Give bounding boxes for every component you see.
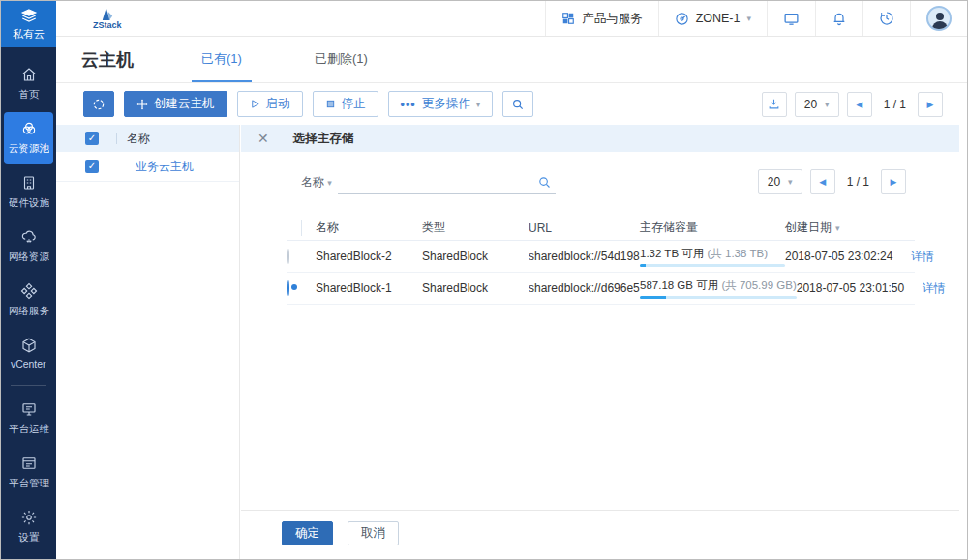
sidebar-item-label: vCenter [11, 358, 46, 368]
sidebar-item-platform-ops[interactable]: 平台运维 [4, 393, 53, 445]
capacity-available: 1.32 TB 可用 [640, 248, 704, 259]
storage-created-date: 2018-07-05 23:01:50 [797, 281, 923, 295]
modal-pagination-indicator: 1 / 1 [843, 175, 873, 189]
vm-name-column-header: 名称 [127, 131, 150, 147]
tab-existing[interactable]: 已有(1) [192, 37, 252, 82]
row-checkbox[interactable]: ✓ [85, 160, 99, 173]
capacity-progress-fill [640, 296, 666, 299]
close-icon[interactable]: ✕ [257, 131, 269, 146]
storage-url: sharedblock://d696e58... [529, 281, 640, 295]
sidebar-item-vcenter[interactable]: vCenter [4, 329, 53, 378]
more-actions-label: 更多操作 [422, 96, 470, 112]
history-clock-icon [879, 11, 894, 26]
ops-monitor-icon [20, 400, 38, 418]
app-window: 私有云 首页 云资源池 硬件设施 网络资源 网络服务 [0, 0, 968, 560]
notifications-button[interactable] [815, 1, 862, 36]
row-radio-selected[interactable] [287, 280, 289, 296]
arrow-left-icon: ◀ [856, 100, 862, 109]
sidebar-item-network-resource[interactable]: 网络资源 [4, 221, 53, 273]
sidebar-item-label: 设置 [18, 530, 39, 544]
sidebar-item-hardware[interactable]: 硬件设施 [4, 166, 53, 219]
plus-icon [136, 99, 148, 110]
page-size-select[interactable]: 20 ▾ [795, 92, 839, 117]
storage-created-date: 2018-07-05 23:02:24 [785, 250, 911, 263]
bell-icon [832, 11, 847, 26]
vm-list-panel: ✓ 名称 ✓ 业务云主机 [56, 125, 240, 559]
stop-icon [325, 99, 336, 109]
storage-row-sharedblock-1[interactable]: SharedBlock-1 SharedBlock sharedblock://… [287, 273, 915, 305]
details-link[interactable]: 详情 [923, 280, 961, 297]
zone-icon [675, 12, 689, 26]
toolbar-right: 20 ▾ ◀ 1 / 1 ▶ [762, 92, 943, 117]
ellipsis-icon: ••• [401, 98, 416, 111]
console-button[interactable] [767, 1, 815, 36]
search-input[interactable] [338, 173, 556, 194]
modal-page-size-select[interactable]: 20 ▾ [758, 169, 802, 194]
user-menu[interactable] [910, 1, 967, 36]
export-button[interactable] [762, 92, 787, 117]
vm-list-row[interactable]: ✓ 业务云主机 [56, 152, 239, 182]
arrow-right-icon: ▶ [891, 177, 897, 187]
grid-icon [561, 12, 575, 25]
search-icon[interactable] [537, 175, 552, 190]
stop-button[interactable]: 停止 [313, 91, 378, 117]
search-button[interactable] [502, 91, 533, 117]
sidebar-item-network-service[interactable]: 网络服务 [4, 275, 53, 327]
tab-deleted[interactable]: 已删除(1) [305, 37, 378, 82]
sidebar-item-cloud-resource-pool[interactable]: 云资源池 [4, 112, 53, 164]
play-icon [250, 99, 260, 109]
stop-label: 停止 [342, 96, 366, 112]
zone-selector[interactable]: ZONE-1 ▾ [658, 1, 767, 36]
zone-label: ZONE-1 [696, 12, 741, 25]
column-header-created[interactable]: 创建日期▾ [785, 220, 911, 236]
gear-icon [20, 509, 38, 526]
more-actions-button[interactable]: ••• 更多操作 ▾ [388, 91, 494, 117]
products-services-menu[interactable]: 产品与服务 [545, 1, 658, 36]
prev-page-button[interactable]: ◀ [847, 92, 872, 117]
column-header-type: 类型 [422, 220, 529, 236]
sidebar-item-home[interactable]: 首页 [4, 58, 53, 110]
sidebar-brand-private-cloud[interactable]: 私有云 [1, 1, 56, 47]
search-field-group: 名称 ▾ [301, 173, 556, 194]
create-vm-button[interactable]: 创建云主机 [124, 91, 227, 117]
sidebar-nav: 首页 云资源池 硬件设施 网络资源 网络服务 vCenter [1, 47, 56, 554]
create-vm-label: 创建云主机 [154, 96, 215, 112]
top-header: ZStack 产品与服务 ZONE-1 ▾ [56, 1, 967, 37]
logo-text: ZStack [93, 21, 122, 30]
sort-icon: ▾ [835, 223, 840, 233]
modal-title: 选择主存储 [293, 131, 354, 147]
row-radio[interactable] [287, 249, 289, 264]
sidebar-item-settings[interactable]: 设置 [4, 501, 53, 553]
storage-table: 名称 类型 URL 主存储容量 创建日期▾ SharedBlock-2 Shar… [287, 216, 915, 305]
capacity-progressbar [640, 264, 785, 267]
confirm-button[interactable]: 确定 [282, 521, 333, 545]
modal-search-row: 名称 ▾ 20 ▾ ◀ 1 / 1 ▶ [241, 152, 959, 194]
history-button[interactable] [862, 1, 910, 36]
modal-next-page-button[interactable]: ▶ [881, 169, 906, 194]
next-page-button[interactable]: ▶ [918, 92, 943, 117]
sidebar-item-label: 网络资源 [9, 250, 49, 263]
search-field-selector[interactable]: 名称 ▾ [301, 174, 332, 194]
modal-prev-page-button[interactable]: ◀ [810, 169, 835, 194]
details-link[interactable]: 详情 [911, 249, 950, 265]
storage-row-sharedblock-2[interactable]: SharedBlock-2 SharedBlock sharedblock://… [287, 241, 915, 273]
page-size-value: 20 [804, 98, 817, 111]
cancel-button[interactable]: 取消 [348, 521, 399, 545]
capacity-available: 587.18 GB 可用 [640, 280, 718, 291]
capacity-total: (共 1.38 TB) [707, 248, 768, 259]
arrow-left-icon: ◀ [819, 177, 826, 187]
refresh-button[interactable] [83, 91, 114, 117]
chevron-down-icon: ▾ [788, 177, 793, 187]
select-all-checkbox[interactable]: ✓ [85, 132, 99, 145]
vcenter-icon [20, 337, 38, 354]
download-icon [768, 98, 780, 110]
sidebar-item-platform-mgmt[interactable]: 平台管理 [4, 447, 53, 499]
start-button[interactable]: 启动 [237, 91, 303, 117]
search-icon [511, 98, 525, 111]
zstack-logo[interactable]: ZStack [93, 8, 122, 30]
vm-name-link[interactable]: 业务云主机 [136, 159, 194, 175]
network-resource-icon [20, 228, 38, 246]
home-icon [20, 66, 38, 83]
storage-name: SharedBlock-2 [301, 250, 422, 263]
refresh-icon [92, 98, 106, 111]
